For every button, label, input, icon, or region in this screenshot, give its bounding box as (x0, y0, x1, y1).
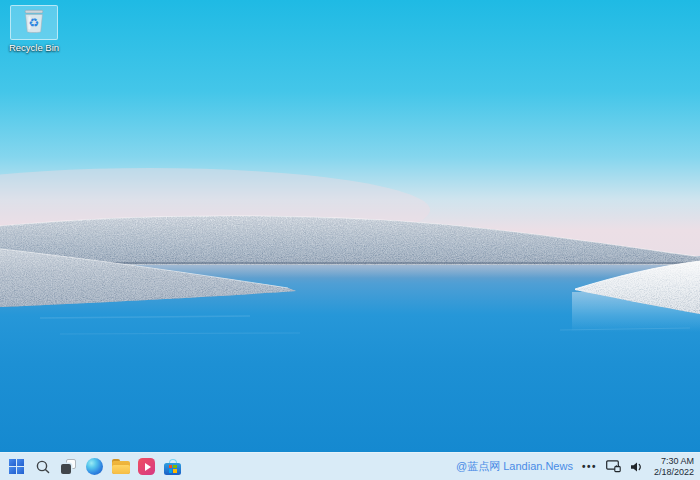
desktop-icon-recycle-bin[interactable]: ♻ Recycle Bin (6, 5, 62, 53)
task-view-icon (61, 459, 76, 474)
network-icon (606, 460, 621, 473)
folder-icon (112, 459, 130, 474)
media-player-button[interactable] (134, 455, 159, 479)
volume-button[interactable] (630, 461, 643, 473)
desktop-surface[interactable]: ♻ Recycle Bin (0, 0, 700, 452)
volume-icon (630, 461, 643, 473)
start-button[interactable] (4, 455, 29, 479)
windows-logo-icon (9, 459, 24, 474)
tray-overflow-button[interactable]: ••• (582, 461, 597, 472)
taskbar: @蓝点网 Landian.News ••• 7:30 AM 2/18/20 (0, 452, 700, 480)
store-bag-icon (164, 459, 181, 475)
clock-time: 7:30 AM (654, 456, 694, 467)
recycle-bin-icon: ♻ (10, 5, 58, 40)
search-button[interactable] (30, 455, 55, 479)
wallpaper-image (0, 0, 700, 452)
microsoft-store-button[interactable] (160, 455, 185, 479)
search-icon (35, 459, 51, 475)
windows-desktop-screen: ♻ Recycle Bin (0, 0, 700, 480)
system-tray: @蓝点网 Landian.News ••• 7:30 AM 2/18/20 (456, 453, 700, 480)
watermark-text: @蓝点网 Landian.News (456, 459, 573, 474)
edge-browser-button[interactable] (82, 455, 107, 479)
recycle-bin-label: Recycle Bin (9, 42, 59, 53)
network-button[interactable] (606, 460, 621, 473)
edge-browser-icon (86, 458, 103, 475)
task-view-button[interactable] (56, 455, 81, 479)
taskbar-clock[interactable]: 7:30 AM 2/18/2022 (652, 456, 694, 477)
file-explorer-button[interactable] (108, 455, 133, 479)
play-badge-icon (138, 458, 155, 475)
taskbar-app-buttons (0, 453, 185, 480)
clock-date: 2/18/2022 (654, 467, 694, 478)
svg-text:♻: ♻ (29, 16, 40, 30)
